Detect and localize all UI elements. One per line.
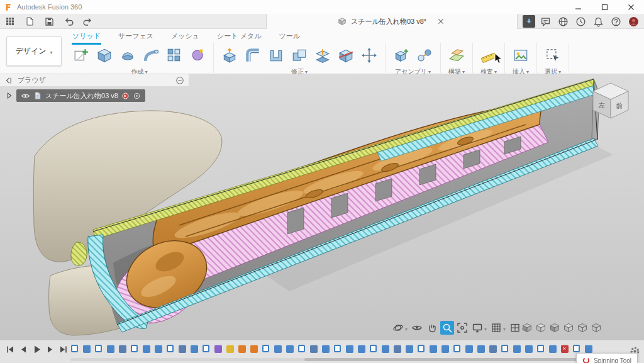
timeline-feature-sketch[interactable] (130, 343, 138, 354)
fit-button[interactable] (455, 321, 469, 335)
timeline-feature-sketch[interactable] (453, 343, 461, 354)
timeline-feature-sketch[interactable] (501, 343, 509, 354)
minimize-panel-icon[interactable] (175, 76, 184, 85)
maximize-button[interactable] (591, 0, 618, 14)
rectangular-pattern-button[interactable] (164, 43, 185, 67)
model-canvas[interactable] (0, 74, 644, 340)
minimize-button[interactable] (565, 0, 591, 14)
revolve-button[interactable] (117, 43, 138, 67)
cube-outline-button[interactable] (591, 323, 601, 333)
web-button[interactable] (557, 16, 569, 27)
measure-button[interactable] (478, 43, 499, 67)
timeline-feature-feature[interactable] (405, 343, 413, 354)
timeline-feature-feature[interactable] (106, 343, 114, 354)
dropdown-caret-icon[interactable] (502, 322, 506, 333)
timeline-feature-feature[interactable] (309, 343, 318, 354)
file-menu-button[interactable] (23, 15, 36, 28)
document-tab[interactable]: スチール缶入れ物03 v8* (266, 14, 518, 29)
display-settings-button[interactable] (470, 321, 488, 335)
split-body-button[interactable] (335, 43, 357, 67)
timeline-feature-feature[interactable] (190, 343, 198, 354)
press-pull-button[interactable] (219, 43, 240, 67)
timeline-feature-appearance[interactable] (250, 343, 258, 354)
timeline-feature-sketch[interactable] (297, 343, 306, 354)
timeline-feature-feature[interactable] (441, 343, 449, 354)
help-button[interactable] (610, 16, 621, 27)
timeline-feature-feature[interactable] (345, 343, 353, 354)
insert-image-button[interactable] (510, 43, 531, 67)
timeline-feature-feature[interactable] (584, 343, 592, 354)
save-button[interactable] (43, 15, 55, 28)
viewcube[interactable]: 左 前 (586, 78, 635, 127)
timeline-feature-feature[interactable] (226, 343, 234, 354)
step-back-button[interactable] (18, 344, 29, 355)
timeline-feature-feature[interactable] (286, 343, 294, 354)
viewcube-front-label[interactable]: 前 (616, 102, 623, 109)
offset-face-button[interactable] (312, 43, 333, 67)
cube-solid-button[interactable] (522, 323, 532, 333)
timeline-feature-sketch[interactable] (166, 343, 174, 354)
create-form-button[interactable] (187, 43, 208, 67)
timeline-feature-feature[interactable] (321, 343, 330, 354)
timeline-feature-feature[interactable] (525, 343, 533, 354)
timeline-feature-sketch[interactable] (417, 343, 425, 354)
undo-button[interactable] (62, 15, 75, 28)
grid-display-button[interactable] (489, 321, 507, 335)
origin-target-icon[interactable] (133, 92, 141, 100)
cube-light-button[interactable] (564, 323, 574, 333)
timeline-feature-feature[interactable] (357, 343, 365, 354)
timeline-feature-feature[interactable] (393, 343, 401, 354)
cube-light-button[interactable] (536, 323, 546, 333)
construction-plane-button[interactable] (446, 43, 467, 67)
primitive-box-button[interactable] (94, 43, 115, 67)
select-button[interactable] (542, 43, 564, 67)
combine-button[interactable] (289, 43, 310, 67)
shell-button[interactable] (265, 43, 287, 67)
timeline-feature-feature[interactable] (178, 343, 186, 354)
cube-outline-button[interactable] (577, 323, 587, 333)
timeline-feature-feature[interactable] (513, 343, 521, 354)
timeline-feature-sketch[interactable] (369, 343, 377, 354)
timeline-feature-sketch[interactable] (202, 343, 210, 354)
new-tab-button[interactable]: + (523, 15, 535, 28)
zoom-button[interactable] (440, 321, 454, 335)
timeline-feature-sketch[interactable] (572, 343, 580, 354)
browser-header[interactable]: ブラウザ (0, 74, 189, 86)
expand-arrow-icon[interactable] (5, 91, 14, 100)
timeline-feature-sketch[interactable] (536, 343, 545, 354)
go-to-end-button[interactable] (58, 344, 69, 355)
tab-close-button[interactable] (436, 16, 446, 26)
sweep-button[interactable] (140, 43, 162, 67)
timeline-feature-appearance[interactable] (238, 343, 246, 354)
notification-bell-button[interactable] (592, 16, 604, 27)
timeline-feature-feature[interactable] (548, 343, 557, 354)
orbit-button[interactable] (391, 321, 409, 335)
timeline-feature-feature[interactable] (274, 343, 282, 354)
timeline-feature-feature[interactable] (154, 343, 162, 354)
timeline-feature-feature[interactable] (142, 343, 150, 354)
redo-button[interactable] (82, 15, 94, 28)
avatar[interactable] (628, 16, 639, 27)
timeline-feature-sketch[interactable] (70, 343, 79, 354)
dropdown-caret-icon[interactable] (483, 322, 487, 333)
cube-solid-button[interactable] (550, 323, 560, 333)
fillet-button[interactable] (242, 43, 264, 67)
step-forward-button[interactable] (45, 344, 55, 355)
close-button[interactable] (618, 0, 644, 14)
timeline-feature-delete[interactable]: × (560, 343, 569, 354)
collapse-panel-icon[interactable] (4, 76, 13, 85)
timeline-feature-feature[interactable] (118, 343, 126, 354)
pan-button[interactable] (425, 321, 439, 335)
timeline-feature-sketch[interactable] (262, 343, 270, 354)
timeline-feature-sketch[interactable] (333, 343, 341, 354)
timeline-feature-feature[interactable] (465, 343, 473, 354)
browser-root-item[interactable]: スチール缶入れ物03 v8 (16, 89, 145, 102)
comment-button[interactable] (540, 16, 551, 27)
timeline-feature-sketch[interactable] (94, 343, 103, 354)
timeline-feature-feature[interactable] (82, 343, 91, 354)
visibility-eye-icon[interactable] (21, 91, 30, 101)
play-button[interactable] (31, 344, 42, 355)
timeline-feature-feature[interactable] (429, 343, 437, 354)
go-to-start-button[interactable] (5, 344, 16, 355)
app-grid-button[interactable] (4, 15, 16, 28)
